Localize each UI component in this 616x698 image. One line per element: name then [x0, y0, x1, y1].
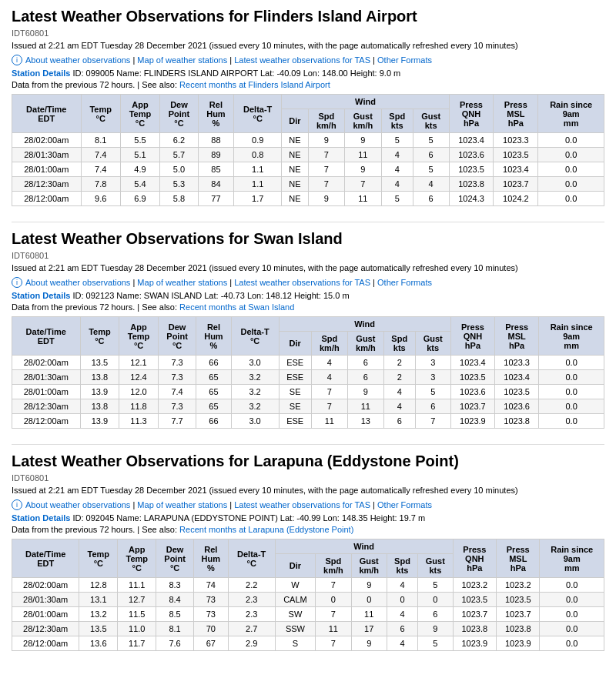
table-cell: 6	[415, 399, 450, 414]
table-cell: 28/02:00am	[12, 133, 82, 148]
table-cell: 5	[381, 133, 413, 148]
table-cell: 3	[415, 356, 450, 370]
table-cell: 1023.7	[494, 177, 538, 192]
info-link-2[interactable]: Latest weather observations for TAS	[234, 55, 370, 65]
table-row: 28/12:00am9.66.95.8771.7NE911561024.3102…	[12, 192, 604, 206]
col-header: App Temp °C	[119, 317, 159, 356]
table-cell: 4	[311, 370, 347, 385]
station-section-2: Latest Weather Observations for Larapuna…	[12, 453, 604, 651]
info-icon: i	[12, 55, 22, 65]
info-link-0[interactable]: About weather observations	[25, 500, 130, 509]
wind-group-header: Wind	[279, 317, 450, 332]
table-cell: 7.8	[81, 177, 120, 192]
info-link-3[interactable]: Other Formats	[377, 500, 432, 509]
table-row: 28/01:00am13.211.58.5732.3SW711461023.71…	[12, 607, 604, 622]
table-cell: 13.1	[79, 593, 118, 607]
info-link-2[interactable]: Latest weather observations for TAS	[234, 500, 370, 509]
table-cell: 13.6	[79, 636, 118, 651]
table-cell: 1023.7	[497, 607, 540, 622]
table-cell: 70	[193, 622, 228, 636]
table-cell: 7	[316, 636, 351, 651]
info-link-1[interactable]: Map of weather stations	[137, 278, 227, 287]
section-divider	[12, 222, 604, 222]
col-header: Press MSL hPa	[497, 539, 540, 578]
table-cell: 9	[347, 385, 383, 399]
col-header: Dew Point °C	[158, 317, 196, 356]
info-link-0[interactable]: About weather observations	[25, 55, 130, 65]
table-cell: 0.0	[538, 162, 604, 177]
info-link-1[interactable]: Map of weather stations	[137, 55, 227, 65]
table-cell: 0.0	[540, 607, 604, 622]
table-cell: 7	[308, 148, 345, 162]
table-cell: 4	[387, 636, 417, 651]
col-header: Dew Point °C	[156, 539, 194, 578]
table-cell: NE	[282, 133, 308, 148]
table-cell: 7	[316, 607, 351, 622]
station-details: Station Details ID: 092045 Name: LARAPUN…	[12, 513, 604, 523]
wind-sub-header: Spd km/h	[311, 332, 347, 356]
table-cell: 89	[198, 148, 233, 162]
table-cell: 1023.8	[449, 177, 494, 192]
table-cell: 4	[311, 356, 347, 370]
data-note: Data from the previous 72 hours. | See a…	[12, 80, 604, 89]
station-id: IDT60801	[12, 28, 604, 38]
table-cell: 3.0	[231, 356, 279, 370]
table-cell: 28/12:30am	[12, 622, 79, 636]
table-cell: 7.4	[81, 162, 120, 177]
col-header: App Temp °C	[118, 539, 156, 578]
data-note: Data from the previous 72 hours. | See a…	[12, 302, 604, 312]
table-cell: 5.5	[120, 133, 159, 148]
table-cell: 5	[415, 385, 450, 399]
table-cell: 17	[351, 622, 387, 636]
table-cell: 3.0	[231, 414, 279, 429]
data-note-link[interactable]: Recent months at Flinders Island Airport	[179, 80, 330, 89]
table-cell: 7.4	[81, 148, 120, 162]
table-cell: 0.0	[538, 133, 604, 148]
data-note-link[interactable]: Recent months at Larapuna (Eddystone Poi…	[179, 525, 353, 534]
table-cell: 0.0	[539, 370, 604, 385]
table-cell: 28/12:00am	[12, 414, 81, 429]
table-row: 28/01:00am13.912.07.4653.2SE79451023.610…	[12, 385, 604, 399]
table-cell: 3.2	[231, 385, 279, 399]
col-header: Delta-T °C	[231, 317, 279, 356]
col-header: Rain since 9am mm	[540, 539, 604, 578]
table-cell: 12.1	[119, 356, 159, 370]
table-cell: 13.8	[80, 399, 119, 414]
table-cell: 28/12:00am	[12, 192, 82, 206]
station-details: Station Details ID: 099005 Name: FLINDER…	[12, 68, 604, 78]
table-cell: 7	[316, 578, 351, 593]
table-cell: 1023.4	[495, 370, 539, 385]
table-row: 28/12:30am13.511.08.1702.7SSW1117691023.…	[12, 622, 604, 636]
info-link-1[interactable]: Map of weather stations	[137, 500, 227, 509]
table-cell: 1023.3	[495, 356, 539, 370]
table-cell: 5.1	[120, 148, 159, 162]
info-link-0[interactable]: About weather observations	[25, 278, 130, 287]
station-details: Station Details ID: 092123 Name: SWAN IS…	[12, 291, 604, 300]
table-cell: 0	[418, 593, 454, 607]
table-cell: 1023.5	[453, 593, 496, 607]
table-cell: 0.0	[539, 385, 604, 399]
table-cell: 1023.5	[497, 593, 540, 607]
table-cell: 4	[413, 177, 449, 192]
table-cell: 11	[345, 148, 382, 162]
table-cell: 8.4	[156, 593, 194, 607]
table-cell: 7	[415, 414, 450, 429]
table-cell: 28/01:30am	[12, 593, 79, 607]
table-cell: 11	[347, 399, 383, 414]
table-cell: 9	[345, 162, 382, 177]
data-note-link[interactable]: Recent months at Swan Island	[179, 302, 294, 312]
table-cell: 13.5	[79, 622, 118, 636]
issued-text: Issued at 2:21 am EDT Tuesday 28 Decembe…	[12, 41, 604, 50]
table-cell: 5	[418, 578, 454, 593]
table-cell: 4	[381, 162, 413, 177]
info-link-3[interactable]: Other Formats	[377, 55, 432, 65]
table-row: 28/12:30am13.811.87.3653.2SE711461023.71…	[12, 399, 604, 414]
table-cell: 7.3	[158, 399, 196, 414]
table-cell: 11.3	[119, 414, 159, 429]
info-link-3[interactable]: Other Formats	[377, 278, 432, 287]
table-cell: NE	[282, 162, 308, 177]
table-cell: 1023.2	[453, 578, 496, 593]
info-link-2[interactable]: Latest weather observations for TAS	[234, 278, 370, 287]
data-note: Data from the previous 72 hours. | See a…	[12, 525, 604, 534]
table-row: 28/12:30am7.85.45.3841.1NE77441023.81023…	[12, 177, 604, 192]
